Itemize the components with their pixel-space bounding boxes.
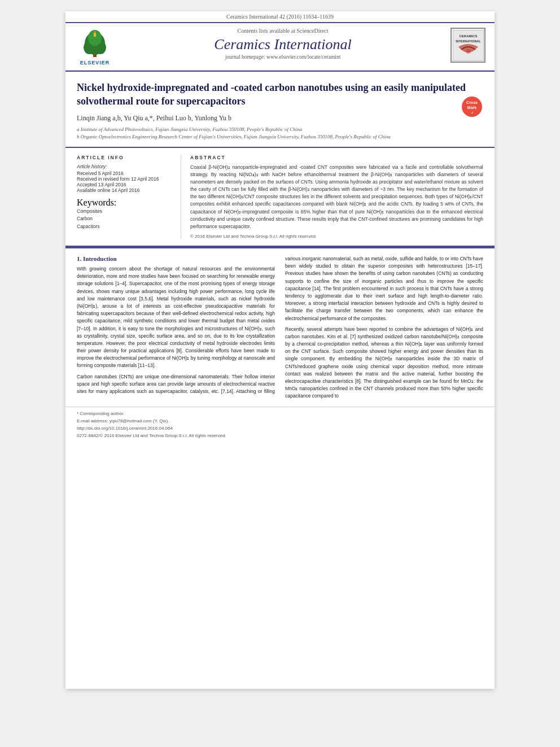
svg-text:INTERNATIONAL: INTERNATIONAL — [456, 40, 481, 43]
abstract-label: ABSTRACT — [190, 155, 483, 160]
elsevier-logo: ELSEVIER — [72, 28, 117, 65]
main-content: 1. Introduction With growing concern abo… — [65, 248, 495, 407]
journal-reference: Ceramics International 42 (2016) 11634–1… — [65, 11, 495, 23]
abstract-section: ARTICLE INFO Article history: Received 5… — [65, 148, 495, 247]
ceramics-logo-icon: CERAMICS INTERNATIONAL — [453, 30, 484, 61]
issn-info: 0272-8842/© 2016 Elsevier Ltd and Techna… — [77, 433, 483, 440]
elsevier-tree-icon — [78, 28, 112, 59]
sciencedirect-label: Contents lists available at ScienceDirec… — [123, 28, 443, 34]
abstract-text: Coaxial β-Ni(OH)₂ nanoparticle-impregnat… — [190, 164, 483, 231]
keywords-section: Keywords: Composites Carbon Capacitors — [77, 198, 173, 231]
doi-link: http://dx.doi.org/10.1016/j.ceramint.201… — [77, 425, 483, 433]
copyright-line: © 2016 Elsevier Ltd and Techna Group S.r… — [190, 234, 483, 239]
affiliations: a Institute of Advanced Photovoltaics, F… — [77, 126, 483, 141]
page: Ceramics International 42 (2016) 11634–1… — [65, 11, 495, 689]
article-history: Article history: Received 5 April 2016 R… — [77, 164, 173, 193]
article-title: Nickel hydroxide-impregnated and -coated… — [77, 81, 483, 108]
corresponding-author: * Corresponding author. — [77, 410, 483, 418]
svg-point-10 — [466, 49, 470, 54]
article-info-label: ARTICLE INFO — [77, 155, 173, 160]
svg-text:Cross: Cross — [466, 101, 478, 104]
article-info-col: ARTICLE INFO Article history: Received 5… — [77, 155, 181, 239]
svg-text:✓: ✓ — [471, 111, 474, 115]
ceramics-logo: CERAMICS INTERNATIONAL — [448, 28, 488, 63]
svg-rect-5 — [94, 33, 96, 37]
abstract-col: ABSTRACT Coaxial β-Ni(OH)₂ nanoparticle-… — [190, 155, 483, 239]
author-email: E-mail address: yqiu78@hotmail.com (Y. Q… — [77, 418, 483, 425]
journal-header-center: Contents lists available at ScienceDirec… — [123, 28, 443, 60]
article-header: Nickel hydroxide-impregnated and -coated… — [65, 72, 495, 148]
authors: Linqin Jiang a,b, Yu Qiu a,*, Peihui Luo… — [77, 114, 483, 123]
crossmark-badge: Cross Mark ✓ — [461, 95, 483, 121]
intro-para1: With growing concern about the shortage … — [77, 265, 275, 369]
journal-homepage: journal homepage: www.elsevier.com/locat… — [123, 54, 443, 60]
svg-text:CERAMICS: CERAMICS — [459, 34, 477, 38]
journal-header: ELSEVIER Contents lists available at Sci… — [65, 23, 495, 71]
footer: * Corresponding author. E-mail address: … — [65, 407, 495, 442]
ceramics-logo-box: CERAMICS INTERNATIONAL — [450, 28, 485, 63]
intro-para3: Recently, several attempts have been rep… — [285, 326, 483, 400]
crossmark-icon: Cross Mark ✓ — [461, 95, 483, 118]
intro-heading: 1. Introduction — [77, 255, 275, 262]
svg-text:Mark: Mark — [467, 106, 476, 110]
journal-title: Ceramics International — [123, 36, 443, 53]
